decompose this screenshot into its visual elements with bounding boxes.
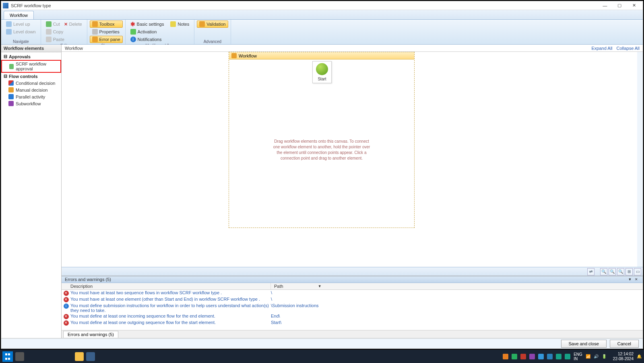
- zoom-in-button[interactable]: 🔍: [600, 268, 607, 275]
- error-description: You must define at least one outgoing se…: [70, 320, 271, 326]
- breadcrumb: Workflow: [65, 46, 83, 51]
- conditional-icon: [8, 80, 14, 86]
- parallel-icon: [8, 94, 14, 99]
- copy-button[interactable]: Copy: [43, 28, 85, 35]
- error-row[interactable]: ✕You must define at least one incoming s…: [62, 313, 643, 320]
- fullscreen-button[interactable]: ▭: [634, 268, 641, 275]
- cut-button[interactable]: Cut✕Delete: [43, 21, 85, 28]
- language-indicator[interactable]: ENG IN: [574, 352, 582, 361]
- clock[interactable]: 12:14:02 22-08-2024: [613, 352, 634, 361]
- ribbon-tab-strip: Workflow: [1, 10, 643, 20]
- approval-icon: [9, 64, 14, 69]
- notifications-icon: i: [130, 37, 136, 42]
- task-view-button[interactable]: [15, 352, 24, 361]
- cancel-button[interactable]: Cancel: [610, 340, 639, 348]
- notes-button[interactable]: Notes: [168, 21, 192, 28]
- error-icon: ✕: [64, 320, 69, 326]
- tab-workflow[interactable]: Workflow: [4, 11, 34, 19]
- validation-icon: [199, 21, 205, 27]
- error-description: You must define submission instructions …: [70, 303, 271, 313]
- tray-icon[interactable]: [565, 354, 570, 359]
- app-taskbar-button[interactable]: [86, 352, 95, 361]
- error-row[interactable]: ✕You must have at least one element (oth…: [62, 296, 643, 303]
- error-description: You must have at least two sequence flow…: [70, 290, 271, 296]
- vertical-scrollbar[interactable]: [637, 52, 643, 267]
- manual-decision-item[interactable]: Manual decision: [1, 86, 61, 93]
- close-panel-button[interactable]: ✕: [633, 277, 640, 281]
- error-row[interactable]: ✕You must have at least two sequence flo…: [62, 290, 643, 296]
- level-up-icon: [6, 21, 12, 27]
- workflow-canvas[interactable]: Workflow Start Drag workflow elements on…: [62, 52, 643, 267]
- tray-icon[interactable]: [529, 354, 535, 359]
- tray-icon[interactable]: [520, 354, 526, 359]
- copy-icon: [46, 29, 52, 35]
- auto-arrange-button[interactable]: ⇄: [587, 268, 594, 275]
- close-button[interactable]: ✕: [627, 1, 641, 10]
- start-label: Start: [314, 77, 330, 81]
- conditional-decision-item[interactable]: Conditional decision: [1, 80, 61, 86]
- subworkflow-item[interactable]: Subworkflow: [1, 100, 61, 107]
- error-path: End\: [271, 314, 643, 319]
- workflow-icon: [231, 53, 237, 58]
- collapse-all-button[interactable]: Collapse All: [617, 46, 640, 51]
- notes-icon: [170, 21, 176, 27]
- file-explorer-button[interactable]: [75, 352, 84, 361]
- volume-icon[interactable]: 🔊: [594, 354, 599, 359]
- errors-panel-title: Errors and warnings (5) ▼ ✕: [62, 276, 643, 283]
- paste-button[interactable]: Paste: [43, 36, 85, 43]
- app-icon: [3, 3, 8, 8]
- delete-icon: ✕: [64, 22, 68, 27]
- wifi-icon[interactable]: 📶: [586, 354, 590, 359]
- sort-icon: ▼: [318, 284, 322, 288]
- maximize-button[interactable]: ▢: [612, 1, 627, 10]
- scrf-workflow-approval-item[interactable]: SCRF workflow approval: [1, 60, 61, 73]
- error-path: \: [271, 297, 643, 302]
- level-down-button[interactable]: Level down: [4, 28, 38, 35]
- activation-icon: [130, 29, 136, 35]
- tray-icon[interactable]: [512, 354, 517, 359]
- notifications-icon[interactable]: 🔔: [637, 354, 642, 359]
- activation-button[interactable]: Activation: [128, 28, 167, 35]
- approvals-group[interactable]: ⊟Approvals: [1, 53, 61, 60]
- minimize-button[interactable]: —: [598, 1, 612, 10]
- basic-settings-button[interactable]: ✱Basic settings: [128, 21, 167, 28]
- tray-icon[interactable]: [538, 354, 544, 359]
- collapse-icon: ⊟: [4, 54, 7, 59]
- error-path: \Submission instructions: [271, 303, 643, 313]
- error-row[interactable]: iYou must define submission instructions…: [62, 303, 643, 313]
- errors-tab[interactable]: Errors and warnings (5): [63, 331, 118, 338]
- error-icon: ✕: [64, 314, 69, 319]
- col-description[interactable]: Description: [62, 283, 271, 289]
- flow-controls-group[interactable]: ⊟Flow controls: [1, 73, 61, 80]
- error-icon: ✕: [64, 291, 69, 296]
- tray-icon[interactable]: [556, 354, 561, 359]
- error-pane-button[interactable]: Error pane: [90, 36, 123, 43]
- errors-panel: Errors and warnings (5) ▼ ✕ Description …: [62, 276, 643, 338]
- tray-icon[interactable]: [503, 354, 508, 359]
- battery-icon[interactable]: 🔋: [602, 354, 607, 359]
- expand-all-button[interactable]: Expand All: [592, 46, 613, 51]
- save-button[interactable]: Save and close: [561, 340, 607, 348]
- tray-icon[interactable]: [547, 354, 553, 359]
- validation-button[interactable]: Validation: [197, 21, 228, 28]
- level-up-button[interactable]: Level up: [4, 21, 38, 28]
- zoom-out-button[interactable]: 🔍: [609, 268, 616, 275]
- workflow-elements-panel: Workflow elements ⊟Approvals SCRF workfl…: [1, 45, 62, 338]
- workflow-container[interactable]: Workflow Start Drag workflow elements on…: [229, 52, 415, 228]
- paste-icon: [46, 37, 52, 42]
- parallel-activity-item[interactable]: Parallel activity: [1, 93, 61, 100]
- errors-rows: ✕You must have at least two sequence flo…: [62, 290, 643, 330]
- col-path[interactable]: Path▼: [271, 283, 643, 289]
- workflow-box-title: Workflow: [229, 52, 414, 59]
- zoom-reset-button[interactable]: 🔍: [617, 268, 624, 275]
- start-menu-button[interactable]: [2, 351, 13, 362]
- toolbox-button[interactable]: Toolbox: [90, 21, 123, 28]
- errors-grid-header: Description Path▼: [62, 283, 643, 290]
- toolbox-icon: [92, 21, 98, 27]
- start-node[interactable]: Start: [312, 61, 332, 83]
- notifications-button[interactable]: iNotifications: [128, 36, 167, 43]
- error-row[interactable]: ✕You must define at least one outgoing s…: [62, 320, 643, 326]
- dropdown-icon[interactable]: ▼: [627, 277, 633, 281]
- properties-button[interactable]: Properties: [90, 28, 123, 35]
- fit-button[interactable]: ⊞: [625, 268, 633, 275]
